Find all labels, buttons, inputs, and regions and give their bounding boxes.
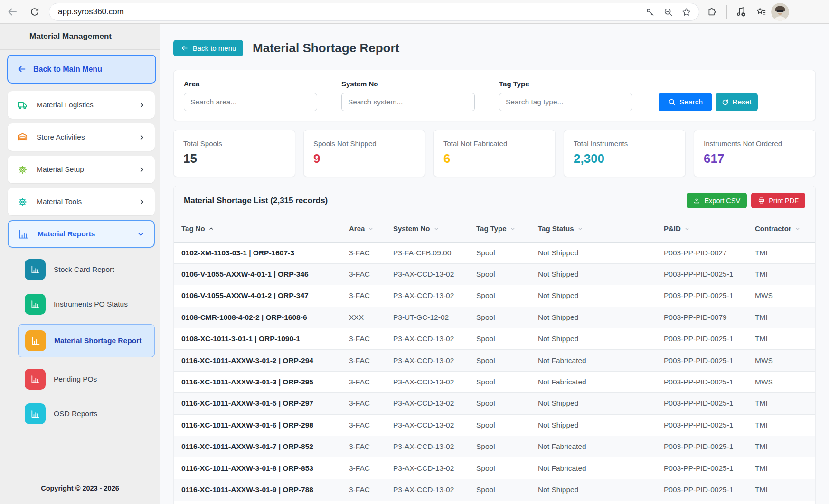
cell-pid: P003-PP-PID-0025-1 bbox=[656, 263, 747, 285]
cell-tag-no: 0106-V-1055-AXXW-4-01-2 | ORP-347 bbox=[174, 285, 341, 307]
gear-icon bbox=[17, 196, 28, 207]
cell-system-no: P3-AX-CCD-13-02 bbox=[386, 457, 469, 479]
bookmark-star-icon[interactable] bbox=[681, 7, 691, 17]
zoom-out-icon[interactable] bbox=[663, 7, 673, 17]
table-row[interactable]: 0106-V-1055-AXXW-4-01-1 | ORP-3463-FACP3… bbox=[174, 263, 815, 285]
sidebar-item-instruments-po-status[interactable]: Instruments PO Status bbox=[18, 293, 155, 315]
cell-tag-type: Spool bbox=[469, 414, 530, 436]
media-controls-icon[interactable] bbox=[735, 0, 746, 24]
bar-chart-icon bbox=[25, 294, 46, 315]
table-row[interactable]: 0106-V-1055-AXXW-4-01-2 | ORP-3473-FACP3… bbox=[174, 285, 815, 307]
cell-area: 3-FAC bbox=[341, 285, 386, 307]
back-to-main-menu-button[interactable]: Back to Main Menu bbox=[7, 55, 156, 84]
url-bar[interactable]: app.syros360.com bbox=[49, 3, 699, 21]
chevron-right-icon bbox=[138, 134, 145, 141]
table-row[interactable]: 0108-XC-1011-3-01-1 | ORP-1090-13-FACP3-… bbox=[174, 328, 815, 350]
profile-avatar[interactable] bbox=[771, 3, 789, 21]
cell-system-no: P3-UT-GC-12-02 bbox=[386, 307, 469, 328]
filter-system-no: System No bbox=[341, 79, 475, 121]
sidebar-item-pending-pos[interactable]: Pending POs bbox=[18, 368, 155, 390]
cell-tag-type: Spool bbox=[469, 436, 530, 457]
back-to-menu-button[interactable]: Back to menu bbox=[173, 40, 243, 56]
browser-chrome: app.syros360.com bbox=[0, 0, 829, 24]
cell-tag-status: Not Shipped bbox=[530, 242, 656, 263]
cell-tag-no: 0116-XC-1011-AXXW-3-01-5 | ORP-297 bbox=[174, 393, 341, 414]
cell-tag-type: Spool bbox=[469, 393, 530, 414]
table-row[interactable]: 0116-XC-1011-AXXW-3-01-5 | ORP-2973-FACP… bbox=[174, 393, 815, 414]
sidebar-subnav: Stock Card Report Instruments PO Status … bbox=[0, 259, 160, 425]
cell-area: 3-FAC bbox=[341, 263, 386, 285]
table-row[interactable]: 0116-XC-1011-AXXW-3-01-8 | ORP-8533-FACP… bbox=[174, 457, 815, 479]
cell-contractor: TMI bbox=[747, 457, 815, 479]
bar-chart-icon bbox=[25, 369, 46, 390]
browser-back-icon[interactable] bbox=[7, 6, 18, 18]
col-contractor[interactable]: Contractor bbox=[747, 215, 815, 242]
extensions-icon[interactable] bbox=[707, 0, 717, 24]
table-row[interactable]: 0116-XC-1011-AXXW-3-01-2 | ORP-2943-FACP… bbox=[174, 350, 815, 371]
stat-instruments-not-ordered: Instruments Not Ordered 617 bbox=[694, 130, 816, 177]
export-csv-button[interactable]: Export CSV bbox=[687, 193, 747, 208]
table-row[interactable]: 0102-XM-1103-03-1 | ORP-1607-33-FACP3-FA… bbox=[174, 242, 815, 263]
tag-type-input[interactable] bbox=[499, 93, 632, 111]
area-input[interactable] bbox=[184, 93, 317, 111]
sidebar-item-material-tools[interactable]: Material Tools bbox=[8, 188, 155, 215]
sidebar-item-material-setup[interactable]: Material Setup bbox=[8, 156, 155, 183]
table-row[interactable]: 0116-XC-1011-AXXW-3-01-7 | ORP-8523-FACP… bbox=[174, 436, 815, 457]
cell-pid: P003-PP-PID-0025-1 bbox=[656, 285, 747, 307]
cell-tag-status: Not Shipped bbox=[530, 285, 656, 307]
sidebar-item-stock-card-report[interactable]: Stock Card Report bbox=[18, 259, 155, 280]
sidebar-item-material-reports[interactable]: Material Reports bbox=[8, 220, 155, 248]
cell-tag-status: Not Shipped bbox=[530, 393, 656, 414]
cell-contractor: TMI bbox=[747, 328, 815, 350]
chevron-right-icon bbox=[138, 166, 145, 173]
col-pid[interactable]: P&ID bbox=[656, 215, 747, 242]
cell-tag-no: 0116-XC-1011-AXXW-3-01-8 | ORP-853 bbox=[174, 457, 341, 479]
filter-area: Area bbox=[184, 79, 317, 121]
cell-area: 3-FAC bbox=[341, 350, 386, 371]
cell-tag-no: 0116-XC-1011-AXXW-3-01-2 | ORP-294 bbox=[174, 350, 341, 371]
sidebar-title: Material Management bbox=[0, 24, 160, 50]
table-row[interactable]: 0116-XC-1011-AXXW-3-01-3 | ORP-2953-FACP… bbox=[174, 371, 815, 392]
cell-tag-no: 0116-XC-1011-AXXW-3-01-9 | ORP-788 bbox=[174, 479, 341, 500]
filter-buttons: Search Reset bbox=[659, 93, 758, 121]
cell-tag-status: Not Shipped bbox=[530, 307, 656, 328]
password-key-icon[interactable] bbox=[645, 7, 655, 17]
col-tag-type[interactable]: Tag Type bbox=[469, 215, 530, 242]
col-tag-no[interactable]: Tag No bbox=[174, 215, 341, 242]
col-system-no[interactable]: System No bbox=[386, 215, 469, 242]
warehouse-icon bbox=[17, 132, 28, 143]
sidebar-item-material-logistics[interactable]: Material Logistics bbox=[8, 91, 155, 119]
reset-button[interactable]: Reset bbox=[716, 93, 758, 111]
bar-chart-icon bbox=[25, 330, 46, 351]
cell-tag-status: Not Fabricated bbox=[530, 350, 656, 371]
search-button[interactable]: Search bbox=[659, 93, 712, 111]
table-row[interactable]: 0116-XC-1011-AXXW-3-01-6 | ORP-2983-FACP… bbox=[174, 414, 815, 436]
sidebar-item-osd-reports[interactable]: OSD Reports bbox=[18, 403, 155, 425]
cell-area: 3-FAC bbox=[341, 414, 386, 436]
cell-tag-type: Spool bbox=[469, 307, 530, 328]
stat-total-spools: Total Spools 15 bbox=[173, 130, 295, 177]
cell-tag-status: Not Fabricated bbox=[530, 371, 656, 392]
print-pdf-button[interactable]: Print PDF bbox=[751, 193, 805, 208]
cell-area: 3-FAC bbox=[341, 371, 386, 392]
table-row[interactable]: 0108-CMR-1008-4-02-2 | ORP-1608-6XXXP3-U… bbox=[174, 307, 815, 328]
system-no-input[interactable] bbox=[341, 93, 475, 111]
cell-tag-status: Not Shipped bbox=[530, 479, 656, 500]
browser-refresh-icon[interactable] bbox=[29, 7, 40, 17]
table-row[interactable]: 0116-XC-1011-AXXW-3-01-9 | ORP-7883-FACP… bbox=[174, 479, 815, 500]
col-tag-status[interactable]: Tag Status bbox=[530, 215, 656, 242]
stat-total-instruments: Total Instruments 2,300 bbox=[564, 130, 686, 177]
shortage-table-body: 0102-XM-1103-03-1 | ORP-1607-33-FACP3-FA… bbox=[174, 242, 815, 501]
col-area[interactable]: Area bbox=[341, 215, 386, 242]
cell-pid: P003-PP-PID-0025-1 bbox=[656, 436, 747, 457]
sidebar-item-store-activities[interactable]: Store Activities bbox=[8, 123, 155, 151]
cell-pid: P003-PP-PID-0027 bbox=[656, 242, 747, 263]
cell-tag-status: Not Fabricated bbox=[530, 457, 656, 479]
bar-chart-icon bbox=[25, 259, 46, 280]
collections-icon[interactable] bbox=[756, 0, 767, 24]
cell-pid: P003-PP-PID-0025-1 bbox=[656, 350, 747, 371]
cell-tag-no: 0108-XC-1011-3-01-1 | ORP-1090-1 bbox=[174, 328, 341, 350]
cell-contractor: MWS bbox=[747, 371, 815, 392]
sidebar-item-material-shortage-report[interactable]: Material Shortage Report bbox=[18, 324, 155, 357]
cell-contractor: MWS bbox=[747, 285, 815, 307]
